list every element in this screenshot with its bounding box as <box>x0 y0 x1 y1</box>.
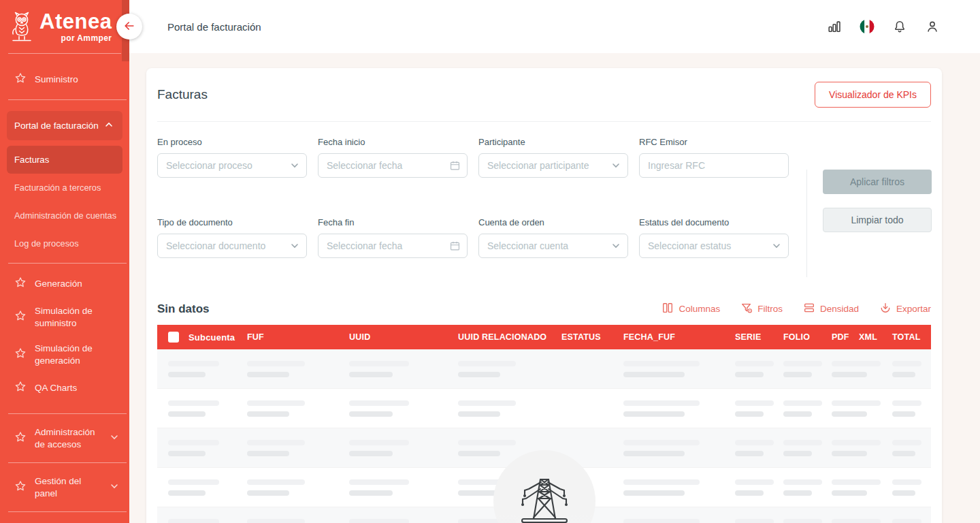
collapse-sidebar-button[interactable] <box>116 14 142 39</box>
sidebar-item-log-procesos[interactable]: Log de procesos <box>7 229 122 257</box>
fecha-inicio-datepicker[interactable]: Seleccionar fecha <box>318 153 468 178</box>
star-icon <box>14 380 27 396</box>
top-bar: Portal de facturación <box>129 0 980 53</box>
columns-button[interactable]: Columnas <box>662 302 720 316</box>
column-header-total[interactable]: TOTAL <box>892 332 931 342</box>
sidebar-item-qa-charts[interactable]: QA Charts <box>0 373 129 402</box>
transmission-tower-icon <box>518 471 571 523</box>
select-placeholder: Seleccionar documento <box>166 240 265 251</box>
content-area: Facturas Visualizador de KPIs En proceso… <box>129 53 980 523</box>
table-body: Sin datos que mostrar <box>157 349 931 523</box>
date-placeholder: Seleccionar fecha <box>327 240 402 251</box>
sidebar-item-label: Gestión del panel <box>35 475 101 499</box>
sidebar-item-label: Simulación de generación <box>35 343 114 366</box>
chevron-up-icon <box>103 119 114 132</box>
select-placeholder: Seleccionar proceso <box>166 160 252 171</box>
person-icon[interactable] <box>924 18 941 35</box>
sidebar-item-administracion-accesos[interactable]: Administración de accesos <box>0 419 129 457</box>
filters-button[interactable]: Filtros <box>740 302 783 316</box>
column-header-estatus[interactable]: ESTATUS <box>561 332 623 342</box>
filter-en-proceso: En proceso Seleccionar proceso <box>157 137 307 197</box>
documento-select[interactable]: Seleccionar documento <box>157 234 307 258</box>
chevron-down-icon <box>109 481 120 494</box>
calendar-icon <box>449 240 461 252</box>
main-area: Portal de facturación <box>129 0 980 523</box>
owl-logo-icon <box>8 11 35 48</box>
chevron-down-icon <box>771 240 782 251</box>
kpi-viewer-button[interactable]: Visualizador de KPIs <box>815 82 931 108</box>
density-button[interactable]: Densidad <box>803 302 859 316</box>
skeleton-row <box>157 389 931 428</box>
sidebar-item-suministro[interactable]: Suministro <box>0 65 129 94</box>
column-header-uuid-relacionado[interactable]: UUID RELACIONADO <box>458 332 561 342</box>
sidebar-item-label: Administración de cuentas <box>14 210 116 221</box>
table-toolbar: Columnas Filtros Densidad <box>662 302 931 316</box>
cuenta-select[interactable]: Seleccionar cuenta <box>478 234 628 258</box>
column-header-serie[interactable]: SERIE <box>735 332 783 342</box>
arrow-left-icon <box>122 19 136 35</box>
sidebar-item-label: Simulación de suministro <box>35 305 114 329</box>
sidebar: Atenea por Ammper Suministro Portal de f… <box>0 0 129 523</box>
column-header-xml[interactable]: XML <box>859 332 892 342</box>
sidebar-item-label: Generación <box>35 278 114 290</box>
filter-estatus-documento: Estatus del documento Seleccionar estatu… <box>639 217 789 277</box>
columns-label: Columnas <box>679 304 720 314</box>
table-section-title: Sin datos <box>157 302 210 316</box>
sidebar-item-label: Log de procesos <box>14 238 79 249</box>
rfc-input[interactable] <box>648 160 780 171</box>
sidebar-item-facturacion-terceros[interactable]: Facturación a terceros <box>7 174 122 202</box>
clear-all-button[interactable]: Limpiar todo <box>823 208 932 232</box>
sidebar-item-gestion-panel[interactable]: Gestión del panel <box>0 469 129 506</box>
select-all-checkbox[interactable] <box>168 332 179 343</box>
sidebar-item-label: Suministro <box>35 74 114 86</box>
brand-byline: por Ammper <box>61 34 112 42</box>
column-header-fuf[interactable]: FUF <box>247 332 349 342</box>
filter-label: Participante <box>478 137 628 147</box>
filter-label: RFC Emisor <box>639 137 789 147</box>
density-label: Densidad <box>820 304 859 314</box>
sidebar-item-simulacion-generacion[interactable]: Simulación de generación <box>0 336 129 373</box>
filter-cuenta-orden: Cuenta de orden Seleccionar cuenta <box>478 217 628 277</box>
filter-label: En proceso <box>157 137 307 147</box>
participante-select[interactable]: Seleccionar participante <box>478 153 628 178</box>
sidebar-item-label: Administración de accesos <box>35 426 101 450</box>
rfc-field-wrap <box>639 153 789 178</box>
bell-icon[interactable] <box>892 18 908 35</box>
app-logo: Atenea por Ammper <box>0 0 129 53</box>
filter-label: Estatus del documento <box>639 217 789 227</box>
download-icon <box>879 302 892 316</box>
chevron-down-icon <box>109 432 120 445</box>
chevron-down-icon <box>610 160 621 171</box>
star-icon <box>14 72 27 87</box>
filters-label: Filtros <box>757 304 783 314</box>
mexico-flag-icon[interactable] <box>859 18 875 35</box>
filter-fecha-fin: Fecha fin Seleccionar fecha <box>318 217 468 277</box>
sidebar-section-portal-facturacion[interactable]: Portal de facturación <box>7 111 122 140</box>
column-header-pdf[interactable]: PDF <box>832 332 859 342</box>
proceso-select[interactable]: Seleccionar proceso <box>157 153 307 178</box>
sidebar-divider <box>8 511 127 512</box>
bar-chart-icon[interactable] <box>826 18 843 35</box>
fecha-fin-datepicker[interactable]: Seleccionar fecha <box>318 234 468 258</box>
export-label: Exportar <box>896 304 931 314</box>
calendar-icon <box>449 160 461 172</box>
columns-icon <box>662 302 674 316</box>
star-icon <box>14 430 27 446</box>
estatus-select[interactable]: Seleccionar estatus <box>639 234 789 258</box>
sidebar-item-simulacion-suministro[interactable]: Simulación de suministro <box>0 298 129 336</box>
sidebar-item-administracion-cuentas[interactable]: Administración de cuentas <box>7 202 122 229</box>
filter-label: Fecha fin <box>318 217 468 227</box>
sidebar-item-generacion[interactable]: Generación <box>0 269 129 298</box>
apply-filters-button[interactable]: Aplicar filtros <box>823 170 932 194</box>
column-header-fecha-fuf[interactable]: FECHA_FUF <box>623 332 735 342</box>
column-header-uuid[interactable]: UUID <box>349 332 458 342</box>
sidebar-item-facturas[interactable]: Facturas <box>7 146 122 174</box>
star-icon <box>14 276 27 291</box>
date-placeholder: Seleccionar fecha <box>327 160 402 171</box>
sidebar-item-label: Facturación a terceros <box>14 183 101 193</box>
column-header-folio[interactable]: FOLIO <box>783 332 832 342</box>
table-header-row: Subcuenta FUF UUID UUID RELACIONADO ESTA… <box>157 325 931 349</box>
column-header-subcuenta[interactable]: Subcuenta <box>189 332 247 343</box>
sidebar-item-label: QA Charts <box>35 382 114 394</box>
export-button[interactable]: Exportar <box>879 302 931 316</box>
